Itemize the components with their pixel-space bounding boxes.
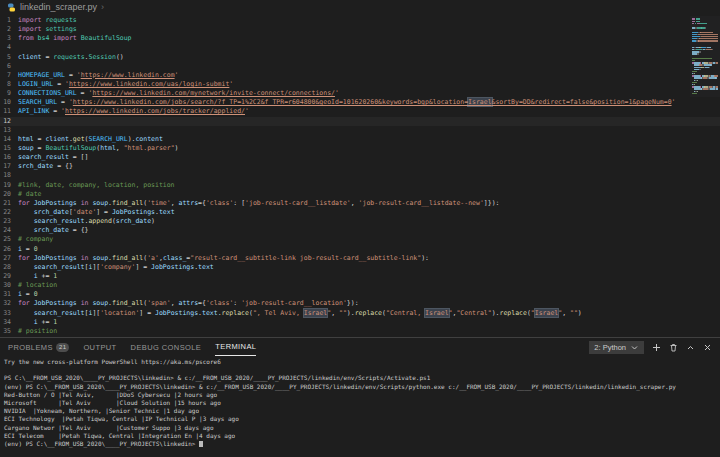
problems-count-badge: 21	[56, 343, 69, 352]
code-line[interactable]: 27for JobPostings in soup.find_all('a',c…	[0, 254, 720, 263]
python-file-icon	[7, 3, 16, 12]
code-line[interactable]: 16search_result = []	[0, 153, 720, 162]
code-line[interactable]: 30# location	[0, 281, 720, 290]
maximize-panel-chevron-up-icon[interactable]	[686, 343, 695, 352]
line-number: 14	[0, 135, 18, 144]
line-number: 13	[0, 126, 18, 135]
terminal-line: Try the new cross-platform PowerShell ht…	[4, 358, 720, 366]
panel-tab-label: DEBUG CONSOLE	[131, 343, 202, 352]
code-line[interactable]: 1import requests	[0, 16, 720, 25]
line-number: 8	[0, 80, 18, 89]
terminal-shell-select[interactable]: 2: Python	[589, 341, 644, 354]
terminal-output[interactable]: Try the new cross-platform PowerShell ht…	[0, 356, 720, 457]
line-number: 30	[0, 281, 18, 290]
code-line[interactable]: 4	[0, 43, 720, 52]
line-number: 23	[0, 217, 18, 226]
code-line[interactable]: 23 search_result.append(srch_date)	[0, 217, 720, 226]
line-number: 2	[0, 25, 18, 34]
shell-select-label: 2: Python	[594, 343, 626, 352]
line-number: 6	[0, 62, 18, 71]
code-line[interactable]: 25# company	[0, 235, 720, 244]
terminal-line: (env) PS C:\__FROM_USB_2020\____PY_PROJE…	[4, 440, 720, 448]
panel-tabs: PROBLEMS21OUTPUTDEBUG CONSOLETERMINAL	[8, 338, 589, 356]
code-line[interactable]: 34 i += 1	[0, 318, 720, 327]
panel-tab-label: TERMINAL	[215, 342, 256, 351]
code-line[interactable]: 12	[0, 117, 720, 126]
code-line[interactable]: 24 srch_date = {}	[0, 226, 720, 235]
code-line[interactable]: 11API_LINK = 'https://www.linkedin.com/j…	[0, 107, 720, 116]
line-number: 22	[0, 208, 18, 217]
code-line[interactable]: 15soup = BeautifulSoup(html, "html.parse…	[0, 144, 720, 153]
breadcrumb[interactable]: linkedin_scraper.py ›	[0, 0, 720, 14]
line-number: 16	[0, 153, 18, 162]
terminal-line: PS C:\__FROM_USB_2020\____PY_PROJECTS\li…	[4, 374, 720, 382]
kill-terminal-trash-icon[interactable]	[669, 343, 678, 352]
line-number: 21	[0, 199, 18, 208]
panel-tab-label: OUTPUT	[83, 343, 116, 352]
line-number: 35	[0, 327, 18, 336]
terminal-line	[4, 366, 720, 374]
panel-tab-output[interactable]: OUTPUT	[83, 338, 116, 356]
code-line[interactable]: 32for JobPostings in soup.find_all('span…	[0, 299, 720, 308]
code-line[interactable]: 26i = 0	[0, 245, 720, 254]
terminal-line: NVIDIA |Yokneam, Northern, |Senior Techn…	[4, 407, 720, 415]
code-line[interactable]: 5client = requests.Session()	[0, 53, 720, 62]
line-number: 12	[0, 117, 18, 126]
code-line[interactable]: 14html = client.get(SEARCH_URL).content	[0, 135, 720, 144]
code-line[interactable]: 10SEARCH_URL = 'https://www.linkedin.com…	[0, 98, 720, 107]
code-line[interactable]: 33 search_result[i]['location'] = JobPos…	[0, 309, 720, 318]
code-line[interactable]: 31i = 0	[0, 290, 720, 299]
bottom-panel: PROBLEMS21OUTPUTDEBUG CONSOLETERMINAL 2:…	[0, 337, 720, 457]
terminal-line: Microsoft |Tel Aviv |Cloud Solution |15 …	[4, 399, 720, 407]
breadcrumb-file[interactable]: linkedin_scraper.py	[20, 2, 97, 12]
line-number: 27	[0, 254, 18, 263]
close-panel-icon[interactable]	[703, 343, 712, 352]
panel-tab-terminal[interactable]: TERMINAL	[215, 338, 256, 356]
panel-actions: 2: Python	[589, 341, 712, 354]
chevron-down-icon	[630, 343, 639, 352]
panel-tab-debug-console[interactable]: DEBUG CONSOLE	[131, 338, 202, 356]
line-number: 34	[0, 318, 18, 327]
line-number: 4	[0, 43, 18, 52]
code-line[interactable]: 22 srch_date['date'] = JobPostings.text	[0, 208, 720, 217]
line-number: 32	[0, 299, 18, 308]
code-line[interactable]: 21for JobPostings in soup.find_all('time…	[0, 199, 720, 208]
code-line[interactable]: 6	[0, 62, 720, 71]
new-terminal-plus-icon[interactable]	[652, 343, 661, 352]
line-number: 11	[0, 107, 18, 116]
line-number: 19	[0, 181, 18, 190]
panel-header: PROBLEMS21OUTPUTDEBUG CONSOLETERMINAL 2:…	[0, 338, 720, 356]
line-number: 29	[0, 272, 18, 281]
terminal-line: ECI Telecom |Petah Tiqwa, Central |Integ…	[4, 432, 720, 440]
code-lines: 1import requests2import settings3from bs…	[0, 14, 720, 336]
code-line[interactable]: 17srch_date = {}	[0, 162, 720, 171]
line-number: 28	[0, 263, 18, 272]
line-number: 25	[0, 235, 18, 244]
code-line[interactable]: 20# date	[0, 190, 720, 199]
code-line[interactable]: 28 search_result[i]['company'] = JobPost…	[0, 263, 720, 272]
code-line[interactable]: 9CONNECTIONS_URL = 'https://www.linkedin…	[0, 89, 720, 98]
line-number: 9	[0, 89, 18, 98]
line-number: 7	[0, 71, 18, 80]
minimap[interactable]	[690, 16, 720, 97]
line-number: 20	[0, 190, 18, 199]
code-line[interactable]: 8LOGIN_URL = 'https://www.linkedin.com/u…	[0, 80, 720, 89]
line-number: 3	[0, 34, 18, 43]
panel-tab-problems[interactable]: PROBLEMS21	[8, 338, 69, 356]
terminal-line: ECI Technology |Petah Tiqwa, Central |IP…	[4, 415, 720, 423]
code-line[interactable]: 7HOMEPAGE_URL = 'https://www.linkedin.co…	[0, 71, 720, 80]
code-line[interactable]: 13	[0, 126, 720, 135]
code-line[interactable]: 3from bs4 import BeautifulSoup	[0, 34, 720, 43]
line-number: 33	[0, 309, 18, 318]
code-line[interactable]: 18	[0, 171, 720, 180]
line-number: 5	[0, 53, 18, 62]
code-line[interactable]: 29 i += 1	[0, 272, 720, 281]
line-number: 31	[0, 290, 18, 299]
code-line[interactable]: 2import settings	[0, 25, 720, 34]
line-number: 15	[0, 144, 18, 153]
code-line[interactable]: 19#link, date, company, location, positi…	[0, 181, 720, 190]
code-editor[interactable]: 1import requests2import settings3from bs…	[0, 14, 720, 337]
code-line[interactable]: 35# position	[0, 327, 720, 336]
panel-tab-label: PROBLEMS	[8, 343, 53, 352]
line-number: 26	[0, 245, 18, 254]
